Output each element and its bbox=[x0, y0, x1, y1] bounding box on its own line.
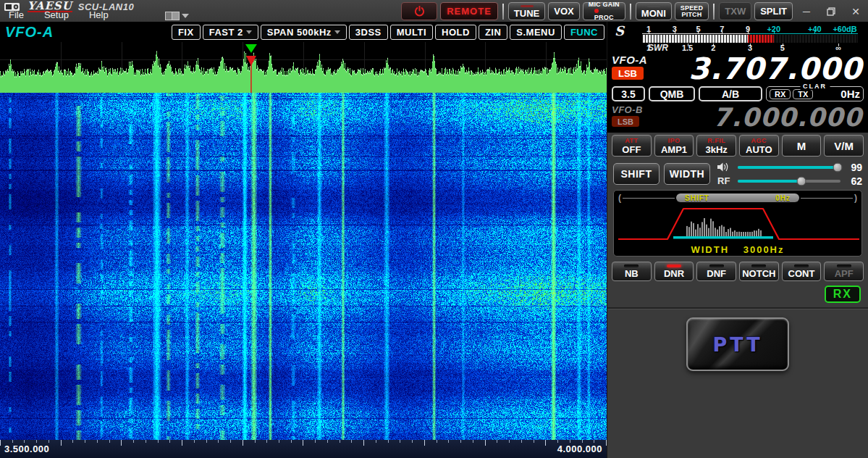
dnf-button[interactable]: DNF bbox=[696, 262, 736, 281]
power-icon bbox=[414, 6, 425, 17]
speed-select[interactable]: FAST 2 bbox=[203, 25, 258, 40]
agc-button[interactable]: AGC AUTO bbox=[739, 135, 779, 157]
fix-button[interactable]: FIX bbox=[172, 25, 201, 40]
layout-icon bbox=[165, 12, 180, 20]
shift-indicator: SHIFT 0Hz bbox=[676, 193, 799, 202]
vfo-a-frequency[interactable]: 3.707.000 bbox=[657, 53, 864, 85]
bracket-right: ) bbox=[854, 193, 857, 203]
scale-ticks-major bbox=[0, 440, 607, 446]
shift-indicator-label: SHIFT bbox=[685, 194, 709, 202]
vfo-b-frequency[interactable]: 7.000.000 bbox=[657, 104, 864, 131]
att-button[interactable]: ATT OFF bbox=[612, 135, 652, 157]
moni-label: MONI bbox=[641, 9, 666, 18]
menu-help[interactable]: Help bbox=[88, 9, 110, 22]
swr-scale: SWR 1 1.5 2 3 5 ∞ bbox=[642, 43, 858, 53]
func-button[interactable]: FUNC bbox=[564, 25, 604, 40]
shift-button[interactable]: SHIFT bbox=[613, 163, 660, 185]
rf-gain-value: 62 bbox=[845, 175, 862, 187]
qmb-button[interactable]: QMB bbox=[649, 86, 695, 101]
chevron-down-icon bbox=[246, 30, 252, 34]
rf-gain-knob[interactable] bbox=[797, 176, 806, 186]
roofing-filter-button[interactable]: R.FIL 3kHz bbox=[696, 135, 736, 157]
spectrum-toolbar: VFO-A FIX FAST 2 SPAN 500kHz 3DSS MULTI … bbox=[0, 22, 607, 42]
chevron-down-icon bbox=[334, 30, 340, 34]
layout-selector[interactable] bbox=[165, 12, 189, 20]
notch-button[interactable]: NOTCH bbox=[739, 262, 779, 281]
smenu-button[interactable]: S.MENU bbox=[510, 25, 562, 40]
remote-label: REMOTE bbox=[447, 6, 492, 17]
vfo-b-name: VFO-B bbox=[612, 104, 657, 115]
zin-button[interactable]: ZIN bbox=[479, 25, 507, 40]
remote-button[interactable]: REMOTE bbox=[440, 2, 498, 20]
shift-width-row: SHIFT WIDTH 99 bbox=[607, 159, 868, 188]
chevron-down-icon bbox=[182, 14, 189, 18]
span-select[interactable]: SPAN 500kHz bbox=[261, 25, 347, 40]
separator bbox=[502, 4, 504, 20]
apf-button[interactable]: APF bbox=[824, 262, 864, 281]
ptt-button[interactable]: PTT bbox=[686, 317, 789, 371]
nb-led bbox=[624, 265, 639, 267]
width-button[interactable]: WIDTH bbox=[664, 163, 710, 185]
nb-button[interactable]: NB bbox=[612, 262, 652, 281]
dnf-led bbox=[709, 265, 724, 267]
ipo-button[interactable]: IPO AMP1 bbox=[654, 135, 694, 157]
split-button[interactable]: SPLIT bbox=[754, 2, 793, 20]
mic-gain-proc-button[interactable]: MIC GAIN PROC bbox=[583, 2, 625, 20]
moni-button[interactable]: MONI bbox=[636, 2, 672, 20]
vfo-control-row: 3.5 QMB A/B CLAR RX TX 0Hz bbox=[607, 85, 868, 104]
hold-button[interactable]: HOLD bbox=[435, 25, 476, 40]
ab-swap-button[interactable]: A/B bbox=[699, 86, 762, 101]
vfo-a-mode-badge[interactable]: LSB bbox=[612, 67, 644, 80]
txw-button[interactable]: TXW bbox=[719, 2, 751, 20]
speaker-icon bbox=[717, 162, 730, 172]
dnr-button[interactable]: DNR bbox=[654, 262, 694, 281]
clar-label: CLAR bbox=[800, 83, 830, 90]
ptt-label: PTT bbox=[712, 333, 762, 356]
minimize-button[interactable]: ─ bbox=[796, 3, 817, 20]
clar-tx-button[interactable]: TX bbox=[793, 89, 813, 99]
radio-control-panel: S 1 3 5 7 9 +20 +40 +60dB bbox=[607, 22, 868, 458]
close-button[interactable]: ✕ bbox=[845, 3, 867, 20]
cont-button[interactable]: CONT bbox=[782, 262, 822, 281]
dnr-led bbox=[667, 265, 681, 267]
multi-button[interactable]: MULTI bbox=[390, 25, 433, 40]
speed-pitch-button[interactable]: SPEED PITCH bbox=[675, 2, 709, 20]
power-button[interactable] bbox=[401, 2, 437, 20]
swr-tick: 1.5 bbox=[682, 43, 693, 53]
notch-led bbox=[751, 265, 766, 267]
af-gain-slider[interactable] bbox=[738, 166, 840, 169]
waterfall-display[interactable] bbox=[0, 93, 607, 440]
memory-button[interactable]: M bbox=[782, 135, 822, 157]
width-indicator-label: WIDTH bbox=[691, 244, 729, 255]
shift-indicator-value: 0Hz bbox=[775, 194, 791, 202]
clarifier-group: CLAR RX TX 0Hz bbox=[766, 86, 864, 101]
restore-icon bbox=[827, 7, 835, 16]
3dss-button[interactable]: 3DSS bbox=[349, 25, 388, 40]
clar-rx-button[interactable]: RX bbox=[770, 89, 791, 99]
vfo-b-display: VFO-B LSB 7.000.000 bbox=[607, 104, 868, 131]
vox-button[interactable]: VOX bbox=[548, 2, 579, 20]
menu-setup[interactable]: Setup bbox=[43, 9, 70, 22]
separator bbox=[630, 4, 631, 20]
af-gain-knob[interactable] bbox=[833, 162, 842, 172]
spectrum-scope[interactable] bbox=[0, 42, 607, 93]
restore-button[interactable] bbox=[820, 3, 842, 20]
s-meter-bar bbox=[642, 35, 858, 43]
minimize-icon: ─ bbox=[803, 6, 810, 17]
proc-led bbox=[594, 9, 599, 13]
rf-gain-slider-row: RF 62 bbox=[717, 175, 862, 186]
app-window: YAESU SCU-LAN10 File Setup Help REMOTE bbox=[0, 0, 868, 458]
tune-button[interactable]: TUNE bbox=[508, 2, 545, 20]
vm-button[interactable]: V/M bbox=[824, 135, 864, 157]
swr-tick: 2 bbox=[711, 43, 715, 53]
clar-offset-value: 0Hz bbox=[840, 88, 860, 100]
cont-led bbox=[794, 265, 809, 267]
menu-file[interactable]: File bbox=[7, 9, 25, 22]
rf-gain-slider[interactable] bbox=[738, 180, 840, 183]
swr-label: SWR bbox=[648, 43, 668, 53]
frequency-scale[interactable]: 3.500.000 4.000.000 bbox=[0, 440, 607, 458]
band-button[interactable]: 3.5 bbox=[612, 86, 645, 101]
display-zone: S 1 3 5 7 9 +20 +40 +60dB bbox=[607, 22, 868, 133]
close-icon: ✕ bbox=[851, 6, 860, 17]
vfo-b-mode-badge[interactable]: LSB bbox=[612, 116, 639, 127]
